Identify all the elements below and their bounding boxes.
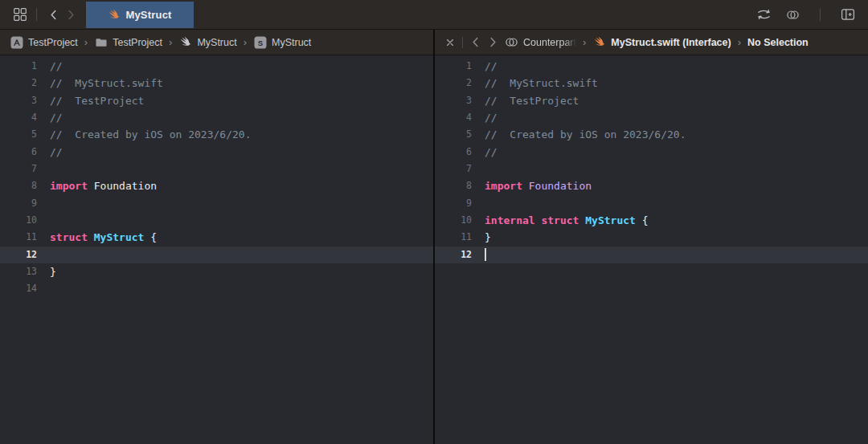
- line-number[interactable]: 9: [0, 195, 40, 212]
- line-number[interactable]: 4: [435, 109, 475, 126]
- struct-icon: S: [253, 35, 267, 49]
- app-icon: [10, 35, 23, 49]
- line-number[interactable]: 10: [0, 212, 40, 229]
- jump-bar-right: Counterpart›MyStruct.swift (Interface)›N…: [435, 30, 868, 55]
- code-line[interactable]: 10internal struct MyStruct {: [435, 212, 868, 229]
- code-text: //: [40, 144, 63, 161]
- code-line[interactable]: 7: [0, 161, 433, 177]
- code-line[interactable]: 9: [435, 195, 868, 212]
- breadcrumb-label: MyStruct: [197, 37, 236, 48]
- line-number[interactable]: 11: [0, 229, 40, 246]
- line-number[interactable]: 12: [435, 246, 475, 263]
- editor-pane-right: Counterpart›MyStruct.swift (Interface)›N…: [435, 30, 868, 444]
- code-line[interactable]: 3// TestProject: [435, 92, 868, 109]
- add-editor-icon[interactable]: [839, 6, 857, 23]
- code-text: [40, 212, 50, 229]
- code-text: //: [475, 58, 497, 75]
- line-number[interactable]: 8: [0, 177, 40, 194]
- code-text: // MyStruct.swift: [40, 75, 163, 92]
- breadcrumb-item[interactable]: SMyStruct: [253, 35, 311, 49]
- breadcrumb-label: TestProject: [113, 37, 162, 48]
- code-line[interactable]: 3// TestProject: [0, 92, 433, 109]
- code-text: // TestProject: [475, 92, 579, 109]
- code-line[interactable]: 5// Created by iOS on 2023/6/20.: [435, 126, 868, 143]
- breadcrumb-separator: ›: [84, 36, 88, 48]
- breadcrumb-item[interactable]: No Selection: [747, 37, 809, 48]
- breadcrumb-item[interactable]: TestProject: [10, 35, 78, 49]
- tab-label: MyStruct: [125, 9, 171, 21]
- line-number[interactable]: 9: [435, 195, 475, 212]
- line-number[interactable]: 10: [435, 212, 475, 229]
- code-review-icon[interactable]: [755, 6, 772, 23]
- code-text: import Foundation: [475, 177, 592, 194]
- code-line[interactable]: 12: [0, 246, 433, 263]
- code-line[interactable]: 6//: [0, 144, 433, 161]
- line-number[interactable]: 13: [0, 263, 40, 280]
- code-text: //: [40, 109, 63, 126]
- counterparts-icon[interactable]: [784, 6, 801, 23]
- source-editor-right[interactable]: 1//2// MyStruct.swift3// TestProject4//5…: [435, 55, 868, 444]
- code-text: // MyStruct.swift: [475, 75, 598, 92]
- line-number[interactable]: 6: [435, 144, 475, 161]
- forward-chevron-icon[interactable]: [485, 35, 500, 50]
- code-line[interactable]: 10: [0, 212, 433, 229]
- code-line[interactable]: 1//: [435, 58, 868, 75]
- breadcrumb-item[interactable]: MyStruct.swift (Interface): [592, 35, 731, 49]
- code-line[interactable]: 4//: [435, 109, 868, 126]
- code-text: //: [40, 58, 63, 75]
- line-number[interactable]: 4: [0, 109, 40, 126]
- swift-icon: [108, 9, 120, 21]
- code-line[interactable]: 7: [435, 161, 868, 177]
- code-text: [40, 195, 50, 212]
- line-number[interactable]: 3: [0, 92, 40, 109]
- tab-mystruct[interactable]: MyStruct: [86, 2, 194, 28]
- line-number[interactable]: 1: [435, 58, 475, 75]
- breadcrumb-item[interactable]: TestProject: [94, 35, 162, 49]
- line-number[interactable]: 6: [0, 144, 40, 161]
- line-number[interactable]: 1: [0, 58, 40, 75]
- code-line[interactable]: 13}: [0, 263, 433, 280]
- line-number[interactable]: 14: [0, 280, 40, 297]
- editor-pane-left: TestProject›TestProject›MyStruct›SMyStru…: [0, 30, 433, 444]
- toolbar-right-group: [755, 0, 868, 29]
- line-number[interactable]: 11: [435, 229, 475, 246]
- code-line[interactable]: 9: [0, 195, 433, 212]
- line-number[interactable]: 2: [435, 75, 475, 92]
- back-chevron-icon[interactable]: [468, 35, 482, 50]
- line-number[interactable]: 7: [435, 161, 475, 177]
- code-line[interactable]: 8import Foundation: [0, 177, 433, 194]
- code-line[interactable]: 1//: [0, 58, 433, 75]
- code-text: internal struct MyStruct {: [475, 212, 649, 229]
- code-line[interactable]: 11struct MyStruct {: [0, 229, 433, 246]
- code-line[interactable]: 14: [0, 280, 433, 297]
- code-line[interactable]: 8import Foundation: [435, 177, 868, 194]
- code-line[interactable]: 4//: [0, 109, 433, 126]
- breadcrumb-separator: ›: [738, 36, 741, 48]
- code-line[interactable]: 5// Created by iOS on 2023/6/20.: [0, 126, 433, 143]
- split-editor-area: TestProject›TestProject›MyStruct›SMyStru…: [0, 30, 868, 444]
- code-text: [475, 195, 485, 212]
- line-number[interactable]: 8: [435, 177, 475, 194]
- line-number[interactable]: 7: [0, 161, 40, 177]
- line-number[interactable]: 2: [0, 75, 40, 92]
- code-text: // TestProject: [40, 92, 144, 109]
- forward-chevron-icon[interactable]: [62, 6, 80, 23]
- related-items-icon[interactable]: [11, 6, 29, 23]
- breadcrumb-item[interactable]: Counterpart: [505, 35, 576, 49]
- code-line[interactable]: 6//: [435, 144, 868, 161]
- source-editor-left[interactable]: 1//2// MyStruct.swift3// TestProject4//5…: [0, 55, 433, 444]
- line-number[interactable]: 3: [435, 92, 475, 109]
- code-text: // Created by iOS on 2023/6/20.: [475, 126, 686, 143]
- line-number[interactable]: 5: [0, 126, 40, 143]
- line-number[interactable]: 5: [435, 126, 475, 143]
- breadcrumb-item[interactable]: MyStruct: [178, 35, 236, 49]
- close-editor-icon[interactable]: [443, 35, 457, 50]
- breadcrumb-label: MyStruct: [272, 37, 311, 48]
- code-line[interactable]: 2// MyStruct.swift: [435, 75, 868, 92]
- code-line[interactable]: 12: [435, 246, 868, 263]
- back-chevron-icon[interactable]: [44, 6, 62, 23]
- line-number[interactable]: 12: [0, 246, 40, 263]
- code-line[interactable]: 2// MyStruct.swift: [0, 75, 433, 92]
- divider: [36, 8, 37, 21]
- code-line[interactable]: 11}: [435, 229, 868, 246]
